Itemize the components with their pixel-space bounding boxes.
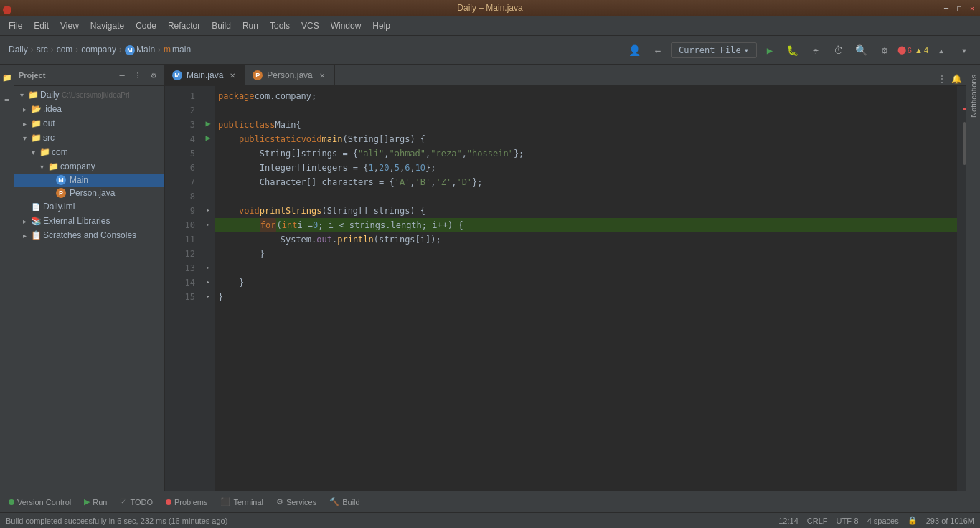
- tree-item-main[interactable]: M Main: [14, 174, 164, 187]
- tree-item-iml[interactable]: 📄 Daily.iml: [14, 199, 164, 214]
- profiler-button[interactable]: ⏱: [829, 40, 849, 60]
- error-badge: ⬤ 6: [897, 45, 912, 55]
- tab-todo[interactable]: ☑ TODO: [114, 493, 159, 512]
- collapse-btn[interactable]: ▾: [954, 40, 974, 60]
- menu-navigate[interactable]: Navigate: [85, 19, 130, 32]
- menu-tools[interactable]: Tools: [264, 19, 296, 32]
- menu-build[interactable]: Build: [206, 19, 237, 32]
- tree-label-daily: Daily C:\Users\moji\IdeaPri: [40, 90, 161, 100]
- run-arrow-icon: ▶: [205, 118, 210, 128]
- profile-button[interactable]: 👤: [625, 40, 645, 60]
- tree-item-com[interactable]: ▾ 📁 com: [14, 145, 164, 159]
- current-file-chevron-icon: ▾: [744, 45, 749, 55]
- status-encoding[interactable]: UTF-8: [837, 517, 859, 525]
- menu-help[interactable]: Help: [367, 19, 396, 32]
- run-gutter-3[interactable]: ▶: [202, 118, 214, 129]
- ln-1: 1: [165, 89, 195, 103]
- tree-item-person[interactable]: P Person.java: [14, 187, 164, 199]
- tab-services[interactable]: ⚙ Services: [270, 493, 322, 512]
- notifications-btn[interactable]: 🔔: [950, 72, 963, 85]
- code-line-11: System.out.println(strings[i]);: [215, 232, 957, 247]
- back-button[interactable]: ←: [648, 40, 668, 60]
- tree-label-ext-libs: External Libraries: [43, 216, 161, 226]
- code-editor[interactable]: 1 2 3 4 5 6 7 8 9 10 11 12 13 14 15 ▶ ▶ …: [165, 86, 966, 491]
- code-line-12: }: [215, 247, 957, 261]
- tree-label-idea: .idea: [43, 104, 161, 114]
- menu-window[interactable]: Window: [325, 19, 367, 32]
- breadcrumb-main-method[interactable]: mmain: [161, 43, 194, 56]
- window-controls-right[interactable]: ─ □ ✕: [941, 3, 977, 13]
- tab-run[interactable]: ▶ Run: [78, 493, 113, 512]
- menu-vcs[interactable]: VCS: [296, 19, 325, 32]
- status-position[interactable]: 12:14: [778, 517, 798, 525]
- menu-code[interactable]: Code: [130, 19, 162, 32]
- code-content[interactable]: package com.company; public class Main {…: [215, 86, 957, 491]
- window-title: Daily – Main.java: [457, 3, 522, 13]
- editor-tabs: M Main.java ✕ P Person.java ✕ ⋮ 🔔: [165, 65, 966, 86]
- toolbar-right: 👤 ← Current File ▾ ▶ 🐛 ☂ ⏱ 🔍 ⚙ ⬤ 6 ▲ 4 ▴…: [625, 40, 974, 60]
- project-settings-btn[interactable]: ⚙: [147, 69, 160, 82]
- breadcrumb-main-class[interactable]: MMain: [122, 43, 158, 57]
- breadcrumb-com[interactable]: com: [54, 43, 76, 56]
- tree-label-company: company: [60, 161, 161, 171]
- tree-item-src[interactable]: ▾ 📁 src: [14, 131, 164, 145]
- collapse-gutter-13[interactable]: ▸: [202, 275, 214, 287]
- tree-item-idea[interactable]: ▸ 📂 .idea: [14, 102, 164, 116]
- out-folder-icon: 📁: [30, 118, 42, 129]
- daily-project-icon: 📁: [27, 89, 39, 100]
- tree-item-company[interactable]: ▾ 📁 company: [14, 159, 164, 174]
- code-line-8: [215, 189, 957, 204]
- tab-terminal[interactable]: ⬛ Terminal: [215, 493, 269, 512]
- settings-button[interactable]: ⚙: [875, 40, 895, 60]
- tab-main-close[interactable]: ✕: [227, 70, 237, 80]
- run-button[interactable]: ▶: [760, 40, 780, 60]
- tab-build[interactable]: 🔨 Build: [324, 493, 365, 512]
- collapse-icon-3: ▸: [206, 263, 210, 271]
- notifications-label[interactable]: Notifications: [969, 75, 978, 118]
- breadcrumb-company[interactable]: company: [78, 43, 119, 56]
- project-collapse-btn[interactable]: –: [116, 69, 128, 82]
- breadcrumb-src[interactable]: src: [34, 43, 51, 56]
- collapse-gutter-14[interactable]: ▸: [202, 290, 214, 301]
- tab-person-java[interactable]: P Person.java ✕: [245, 65, 334, 85]
- ln-6: 6: [165, 161, 195, 175]
- tab-main-java[interactable]: M Main.java ✕: [165, 65, 245, 85]
- minimize-button[interactable]: ─: [941, 3, 951, 13]
- coverage-button[interactable]: ☂: [806, 40, 826, 60]
- maximize-button[interactable]: □: [954, 3, 964, 13]
- status-right: 12:14 CRLF UTF-8 4 spaces 🔒 293 of 1016M: [778, 516, 974, 525]
- tabs-more-btn[interactable]: ⋮: [936, 72, 948, 85]
- breadcrumb-daily[interactable]: Daily: [6, 43, 31, 56]
- tree-label-scratches: Scratches and Consoles: [43, 230, 161, 240]
- status-indent[interactable]: 4 spaces: [867, 517, 899, 525]
- project-expand-btn[interactable]: ⁝: [131, 69, 144, 82]
- collapse-gutter-10[interactable]: ▸: [202, 218, 214, 230]
- vc-dot: [9, 499, 14, 505]
- menu-edit[interactable]: Edit: [28, 19, 55, 32]
- project-header: Project – ⁝ ⚙: [14, 65, 164, 86]
- tab-problems[interactable]: Problems: [160, 493, 213, 512]
- menu-run[interactable]: Run: [237, 19, 264, 32]
- tab-version-control[interactable]: Version Control: [3, 493, 77, 512]
- collapse-gutter-12[interactable]: ▸: [202, 261, 214, 273]
- scrollbar-hint[interactable]: [963, 122, 966, 165]
- menu-file[interactable]: File: [3, 19, 28, 32]
- tree-item-ext-libs[interactable]: ▸ 📚 External Libraries: [14, 214, 164, 228]
- menu-refactor[interactable]: Refactor: [162, 19, 206, 32]
- status-memory[interactable]: 293 of 1016M: [926, 517, 974, 525]
- close-button[interactable]: ✕: [967, 3, 977, 13]
- ln-7: 7: [165, 175, 195, 189]
- status-line-sep[interactable]: CRLF: [807, 517, 828, 525]
- search-button[interactable]: 🔍: [852, 40, 872, 60]
- expand-button[interactable]: ▴: [931, 40, 951, 60]
- collapse-gutter-9[interactable]: ▸: [202, 204, 214, 215]
- tree-item-out[interactable]: ▸ 📁 out: [14, 116, 164, 131]
- scratches-icon: 📋: [30, 230, 42, 241]
- tree-item-scratches[interactable]: ▸ 📋 Scratches and Consoles: [14, 228, 164, 242]
- menu-view[interactable]: View: [55, 19, 85, 32]
- current-file-dropdown[interactable]: Current File ▾: [671, 42, 757, 58]
- run-gutter-4[interactable]: ▶: [202, 132, 214, 143]
- tab-person-close[interactable]: ✕: [317, 70, 327, 80]
- debug-button[interactable]: 🐛: [783, 40, 803, 60]
- tree-item-daily[interactable]: ▾ 📁 Daily C:\Users\moji\IdeaPri: [14, 88, 164, 102]
